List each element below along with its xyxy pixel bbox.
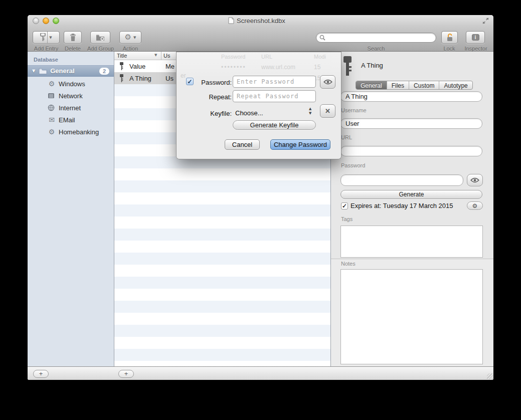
generate-label: Generate xyxy=(399,191,424,198)
username-field[interactable] xyxy=(340,118,482,129)
check-icon: ✓ xyxy=(342,202,347,209)
ghost-column-password: Password xyxy=(221,54,245,60)
column-divider[interactable] xyxy=(161,52,161,60)
sidebar-item-windows[interactable]: ⚙ Windows xyxy=(28,78,114,90)
action-button[interactable]: ⚙ ▼ xyxy=(119,31,141,44)
url-field[interactable] xyxy=(340,146,482,156)
add-entry-label: Add Entry xyxy=(33,46,60,52)
resize-grip[interactable] xyxy=(487,373,493,379)
info-icon: i xyxy=(472,34,479,41)
search-input[interactable] xyxy=(327,34,433,41)
key-icon xyxy=(40,33,46,42)
tags-textarea[interactable] xyxy=(340,226,483,258)
sidebar-item-email[interactable]: ✉ EMail xyxy=(28,114,114,126)
keyfile-popup-value[interactable]: Choose... xyxy=(235,109,263,117)
minimize-button[interactable] xyxy=(43,18,49,24)
sidebar-item-label: EMail xyxy=(59,116,75,124)
zoom-button[interactable] xyxy=(53,18,59,24)
entry-title-heading: A Thing xyxy=(361,62,383,69)
password-field[interactable] xyxy=(340,174,463,186)
sidebar-item-homebanking[interactable]: ⚙ Homebanking xyxy=(28,126,114,138)
delete-label: Delete xyxy=(58,46,88,52)
close-button[interactable] xyxy=(33,18,39,24)
window-title: Screenshot.kdbx xyxy=(237,17,285,25)
cancel-button[interactable]: Cancel xyxy=(225,139,260,150)
add-group-label: Add Group xyxy=(85,46,116,52)
key-icon xyxy=(342,56,353,76)
entry-count-badge: 2 xyxy=(99,68,109,75)
expires-checkbox[interactable]: ✓ xyxy=(341,202,348,209)
document-icon xyxy=(228,17,234,24)
stepper-down-icon: ▼ xyxy=(309,111,311,115)
eye-icon xyxy=(470,177,479,183)
lock-button[interactable] xyxy=(441,31,458,44)
close-icon: ✕ xyxy=(325,107,330,115)
search-field[interactable] xyxy=(316,33,436,43)
sheet-keyfile-label: Keyfile: xyxy=(195,110,232,117)
eye-icon xyxy=(323,79,332,85)
sidebar-splitter[interactable] xyxy=(114,52,114,380)
add-entry-plus-button[interactable]: + xyxy=(118,370,134,378)
change-password-label: Change Password xyxy=(274,141,327,148)
change-password-sheet: Password URL Modi •••••••• www.url.com 1… xyxy=(176,52,341,159)
popup-stepper-icon[interactable]: ▲ ▼ xyxy=(309,107,311,115)
chevron-down-icon: ▼ xyxy=(49,36,52,40)
sort-descending-icon[interactable]: ▼ xyxy=(154,53,157,57)
sidebar-item-internet[interactable]: Internet xyxy=(28,102,114,114)
column-header-username[interactable]: Us xyxy=(163,53,170,59)
clear-keyfile-button[interactable]: ✕ xyxy=(320,104,335,118)
sidebar-item-label: Network xyxy=(59,92,83,100)
sidebar-item-network[interactable]: Network xyxy=(28,90,114,102)
sidebar-group-general[interactable]: ▼ General 2 xyxy=(28,65,114,77)
sidebar-item-label: Homebanking xyxy=(59,128,99,136)
inspector-tabs: General Files Custom Autotype xyxy=(356,81,473,90)
expires-settings-button[interactable]: ⚙ xyxy=(467,201,483,210)
tab-custom[interactable]: Custom xyxy=(409,81,439,89)
generate-button[interactable]: Generate xyxy=(340,190,482,199)
url-label: URL xyxy=(341,134,352,140)
add-group-plus-button[interactable]: + xyxy=(33,370,49,378)
add-entry-button[interactable]: ▼ xyxy=(33,31,60,44)
add-group-button[interactable] xyxy=(90,31,110,44)
gear-icon: ⚙ xyxy=(472,203,478,209)
key-icon xyxy=(119,62,124,70)
expires-label: Expires at: Tuesday 17 March 2015 xyxy=(351,202,453,209)
show-password-button[interactable] xyxy=(467,174,483,186)
gear-icon: ⚙ xyxy=(48,128,56,136)
sidebar-group-label: General xyxy=(50,67,74,75)
check-icon: ✓ xyxy=(187,78,192,85)
tab-general[interactable]: General xyxy=(356,81,387,89)
sidebar: Database ▼ General 2 ⚙ Windows Network I… xyxy=(28,52,114,366)
tab-autotype[interactable]: Autotype xyxy=(439,81,472,89)
password-checkbox[interactable]: ✓ xyxy=(186,78,194,85)
fullscreen-icon[interactable] xyxy=(482,18,489,24)
notes-textarea[interactable] xyxy=(340,269,483,364)
disclosure-triangle-icon[interactable]: ▼ xyxy=(32,69,35,73)
sheet-repeat-input[interactable] xyxy=(233,90,316,102)
sidebar-item-label: Windows xyxy=(59,80,85,88)
inspector-button[interactable]: i xyxy=(466,31,485,44)
ghost-modified-value: 15 xyxy=(314,64,320,71)
trash-icon xyxy=(70,34,76,42)
folder-icon xyxy=(39,68,47,74)
inspector-label: Inspector xyxy=(461,46,491,52)
folder-plus-icon xyxy=(96,34,105,41)
username-label: Username xyxy=(341,107,367,113)
title-field[interactable] xyxy=(340,91,482,102)
entry-title: Value xyxy=(129,63,165,70)
change-password-button[interactable]: Change Password xyxy=(270,139,330,150)
column-header-title[interactable]: Title xyxy=(117,53,127,59)
tab-files[interactable]: Files xyxy=(387,81,409,89)
plus-icon: + xyxy=(39,370,43,377)
ghost-username-fragment: er xyxy=(181,72,186,79)
search-icon xyxy=(319,35,325,41)
cancel-label: Cancel xyxy=(232,141,252,148)
generate-keyfile-button[interactable]: Generate Keyfile xyxy=(233,120,316,130)
toolbar: ▼ Add Entry Delete Add Group ⚙ ▼ Action … xyxy=(28,26,493,52)
gear-icon: ⚙ xyxy=(125,34,131,41)
title-bar[interactable]: Screenshot.kdbx xyxy=(28,15,493,26)
sheet-password-input[interactable] xyxy=(233,76,316,88)
show-password-button[interactable] xyxy=(320,75,335,89)
unlock-icon xyxy=(446,33,453,42)
delete-button[interactable] xyxy=(64,31,82,44)
